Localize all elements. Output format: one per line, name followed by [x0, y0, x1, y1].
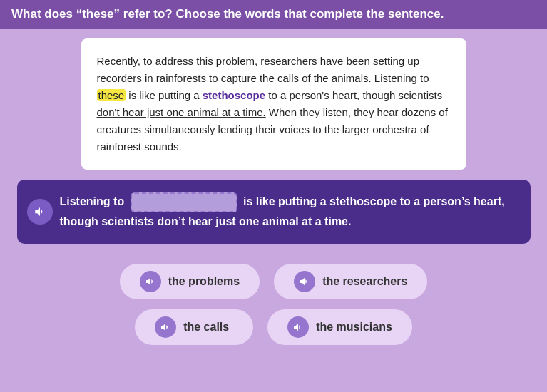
banner-prefix: Listening to — [60, 195, 125, 207]
passage-after-stethoscope: to a — [265, 89, 289, 101]
answer-the-researchers-speaker[interactable] — [294, 271, 315, 292]
speaker-icon-researchers — [299, 276, 310, 287]
answer-the-problems-speaker[interactable] — [140, 271, 161, 292]
answer-the-musicians-label: the musicians — [316, 321, 392, 334]
question-text: What does “these” refer to? Choose the w… — [11, 7, 444, 21]
banner-speaker-icon — [34, 205, 46, 218]
answer-the-musicians-speaker[interactable] — [287, 316, 309, 338]
top-question-bar: What does “these” refer to? Choose the w… — [0, 0, 547, 29]
speaker-icon-problems — [145, 276, 156, 287]
speaker-icon-musicians — [292, 321, 304, 333]
sentence-banner: Listening to is like putting a stethosco… — [17, 180, 531, 244]
answer-row-2: the calls the musicians — [133, 308, 414, 346]
banner-speaker-button[interactable] — [27, 199, 53, 225]
banner-suffix: is like putting a stethoscope to a perso… — [60, 195, 505, 227]
answer-the-calls-speaker[interactable] — [155, 316, 176, 338]
passage-text: Recently, to address this problem, resea… — [97, 53, 451, 155]
passage-after-these: is like putting a — [126, 89, 203, 101]
answer-row-1: the problems the researchers — [118, 262, 429, 301]
answer-the-problems[interactable]: the problems — [118, 262, 261, 301]
stethoscope-word: stethoscope — [203, 89, 265, 101]
answer-the-researchers-label: the researchers — [322, 275, 407, 288]
answer-the-problems-label: the problems — [168, 275, 240, 288]
passage-before-these: Recently, to address this problem, resea… — [97, 55, 429, 84]
answer-the-musicians[interactable]: the musicians — [266, 308, 414, 346]
answer-area: the problems the researchers the calls — [0, 262, 547, 346]
answer-the-researchers[interactable]: the researchers — [272, 262, 429, 301]
these-highlight: these — [97, 89, 126, 101]
blank-box[interactable] — [131, 192, 237, 212]
answer-the-calls[interactable]: the calls — [133, 308, 255, 346]
passage-card: Recently, to address this problem, resea… — [81, 38, 466, 170]
answer-the-calls-label: the calls — [183, 321, 229, 334]
speaker-icon-calls — [160, 321, 171, 333]
